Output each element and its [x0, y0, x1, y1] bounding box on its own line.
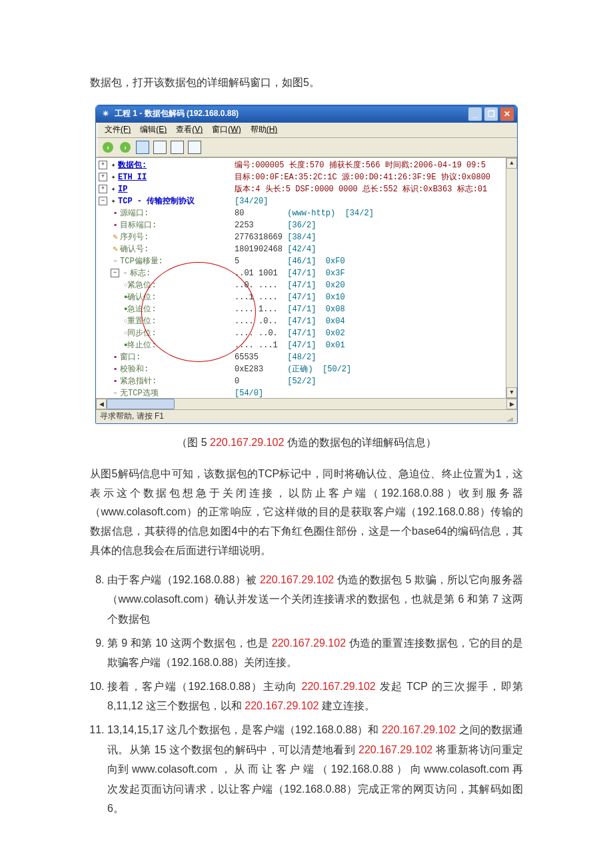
scroll-left-icon[interactable]: ◀ [96, 399, 107, 409]
ip-summary: 版本:4 头长:5 DSF:0000 0000 总长:552 标识:0xB363… [235, 183, 487, 195]
field-urp[interactable]: 紧急指针: [120, 375, 157, 387]
field-opt[interactable]: 无TCP选项 [120, 387, 159, 398]
flags-value: ..01 1001 [47/1] 0x3F [235, 267, 345, 279]
field-win[interactable]: 窗口: [120, 351, 141, 363]
app-icon: ✳ [100, 109, 111, 119]
menu-view[interactable]: 查看(V) [173, 123, 205, 137]
tree-column[interactable]: +✦数据包: +✦ETH II +✦IP −✦TCP - 传输控制协议 ▪源端口… [96, 158, 235, 398]
list-item: 由于客户端（192.168.0.88）被 220.167.29.102 伪造的数… [107, 570, 523, 629]
tcp-offset: [34/20] [235, 195, 268, 207]
bit-syn[interactable]: 同步位: [127, 327, 156, 339]
psh-value: .... 1... [47/1] 0x08 [235, 303, 345, 315]
menu-edit[interactable]: 编辑(E) [137, 123, 169, 137]
field-icon: ▪ [111, 375, 120, 387]
bit-psh[interactable]: 急迫位: [127, 303, 156, 315]
node-ip[interactable]: IP [118, 183, 127, 195]
menu-file[interactable]: 文件(F) [102, 123, 133, 137]
list-item: 13,14,15,17 这几个数据包，是客户端（192.168.0.88）和 2… [107, 720, 523, 819]
figure-caption: （图 5 220.167.29.102 伪造的数据包的详细解码信息） [90, 436, 523, 450]
menubar: 文件(F) 编辑(E) 查看(V) 窗口(W) 帮助(H) [96, 123, 517, 138]
data-column: 编号:000005 长度:570 捕获长度:566 时间戳:2006-04-19… [235, 158, 517, 398]
urg-value: ..0. .... [47/1] 0x20 [235, 279, 345, 291]
window-title: 工程 1 - 数据包解码 (192.168.0.88) [115, 108, 468, 119]
dstport-value: 2253 [36/2] [235, 219, 316, 231]
scroll-down-icon[interactable]: ▼ [506, 387, 517, 398]
restore-button[interactable]: ❐ [484, 107, 498, 121]
list-item: 第 9 和第 10 这两个数据包，也是 220.167.29.102 伪造的重置… [107, 633, 523, 673]
field-srcport[interactable]: 源端口: [120, 207, 149, 219]
hdrlen-value: 5 [46/1] 0xF0 [235, 255, 345, 267]
toolbar: ‹ › [96, 138, 517, 157]
expand-packet-icon[interactable]: + [99, 161, 107, 169]
expand-eth-icon[interactable]: + [99, 173, 107, 181]
field-hdrlen[interactable]: TCP偏移量: [120, 255, 163, 267]
field-chk[interactable]: 校验和: [120, 363, 149, 375]
field-icon: ▪ [111, 219, 120, 231]
paragraph-2: 从图5解码信息中可知，该数据包的TCP标记中，同时将确认位、急迫位、终止位置为1… [90, 465, 523, 561]
field-icon: ✎ [111, 243, 120, 255]
bit-ackb[interactable]: 确认位: [127, 291, 156, 303]
field-icon: ✎ [111, 231, 120, 243]
expand-ip-icon[interactable]: + [99, 185, 107, 193]
decode-window: ✳ 工程 1 - 数据包解码 (192.168.0.88) _ ❐ ✕ 文件(F… [95, 105, 518, 424]
scroll-thumb[interactable] [107, 399, 175, 409]
menu-window[interactable]: 窗口(W) [209, 123, 243, 137]
view3-button[interactable] [170, 140, 185, 155]
list-item: 接着，客户端（192.168.0.88）主动向 220.167.29.102 发… [107, 677, 523, 716]
fin-value: .... ...1 [47/1] 0x01 [235, 339, 345, 351]
seq-value: 2776318669 [38/4] [235, 231, 316, 243]
field-icon: ▪ [111, 363, 120, 375]
field-icon: ▪ [111, 207, 120, 219]
field-icon: ▪ [111, 351, 120, 363]
node-packet[interactable]: 数据包: [118, 159, 147, 171]
win-value: 65535 [48/2] [235, 351, 316, 363]
titlebar[interactable]: ✳ 工程 1 - 数据包解码 (192.168.0.88) _ ❐ ✕ [96, 105, 517, 123]
bit-rst[interactable]: 重置位: [127, 315, 156, 327]
field-dstport[interactable]: 目标端口: [120, 219, 157, 231]
vertical-scrollbar[interactable]: ▲ ▼ [506, 158, 517, 398]
intro-paragraph: 数据包，打开该数据包的详细解码窗口，如图5。 [90, 73, 523, 93]
field-icon: ▫ [111, 387, 120, 398]
node-eth[interactable]: ETH II [118, 171, 147, 183]
back-button[interactable]: ‹ [101, 140, 115, 155]
collapse-flags-icon[interactable]: − [111, 269, 119, 277]
close-button[interactable]: ✕ [500, 107, 514, 121]
chk-value: 0xE283 (正确) [50/2] [235, 363, 351, 375]
srcport-value: 80 (www-http) [34/2] [235, 207, 374, 219]
field-ack[interactable]: 确认号: [120, 243, 149, 255]
scroll-up-icon[interactable]: ▲ [506, 158, 517, 169]
ackb-value: ...1 .... [47/1] 0x10 [235, 291, 345, 303]
rst-value: .... .0.. [47/1] 0x04 [235, 315, 345, 327]
status-text: 寻求帮助, 请按 F1 [100, 411, 164, 422]
view4-button[interactable] [187, 140, 202, 155]
opt-value: [54/0] [235, 387, 263, 398]
eth-summary: 目标:00:0F:EA:35:2C:1C 源:00:D0:41:26:3F:9E… [235, 171, 490, 183]
field-flags[interactable]: 标志: [130, 267, 151, 279]
numbered-list: 由于客户端（192.168.0.88）被 220.167.29.102 伪造的数… [90, 570, 523, 819]
collapse-tcp-icon[interactable]: − [99, 197, 107, 205]
resize-grip-icon[interactable] [504, 412, 513, 421]
urp-value: 0 [52/2] [235, 375, 316, 387]
field-seq[interactable]: 序列号: [120, 231, 149, 243]
bit-fin[interactable]: 终止位: [127, 339, 156, 351]
view1-button[interactable] [135, 140, 150, 155]
forward-button[interactable]: › [118, 140, 133, 155]
minimize-button[interactable]: _ [468, 107, 482, 121]
bit-urg[interactable]: 紧急位: [127, 279, 156, 291]
horizontal-scrollbar[interactable]: ◀ ▶ [96, 398, 517, 409]
view2-button[interactable] [153, 140, 167, 155]
packet-summary: 编号:000005 长度:570 捕获长度:566 时间戳:2006-04-19… [235, 159, 486, 171]
menu-help[interactable]: 帮助(H) [248, 123, 281, 137]
ack-value: 1801902468 [42/4] [235, 243, 316, 255]
decode-pane: +✦数据包: +✦ETH II +✦IP −✦TCP - 传输控制协议 ▪源端口… [96, 157, 517, 398]
statusbar: 寻求帮助, 请按 F1 [96, 409, 517, 423]
node-tcp[interactable]: TCP - 传输控制协议 [118, 195, 195, 207]
syn-value: .... ..0. [47/1] 0x02 [235, 327, 345, 339]
scroll-right-icon[interactable]: ▶ [506, 399, 517, 409]
field-icon: ▫ [111, 255, 120, 267]
